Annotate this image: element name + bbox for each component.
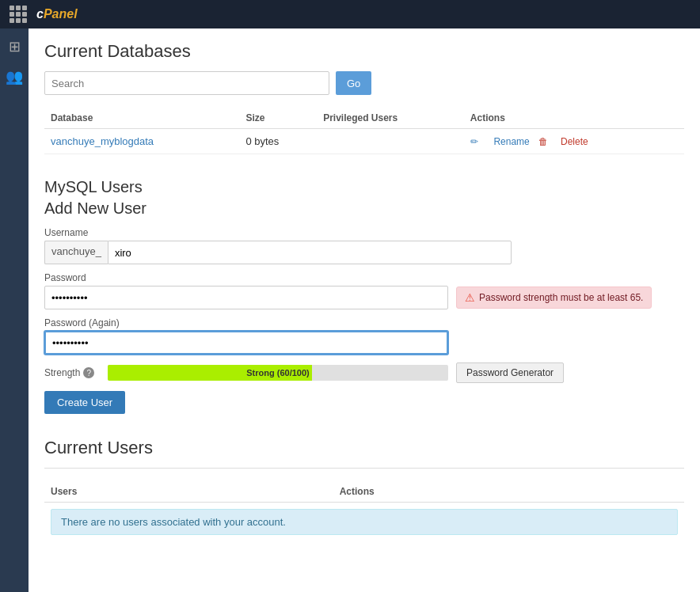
- db-col-actions: Actions: [464, 108, 684, 129]
- add-new-user-title: Add New User: [44, 199, 684, 218]
- username-prefix: vanchuye_: [44, 241, 108, 264]
- username-field-row: vanchuye_: [44, 241, 684, 264]
- error-text: Password strength must be at least 65.: [479, 292, 643, 303]
- sidebar-home-icon[interactable]: ⊞: [6, 35, 24, 59]
- sidebar: ⊞ 👥: [0, 28, 29, 592]
- cpanel-logo: cPanel: [36, 7, 78, 21]
- password-group: Password ⚠ Password strength must be at …: [44, 272, 684, 309]
- grid-menu-icon[interactable]: [10, 6, 27, 23]
- username-input[interactable]: [108, 241, 512, 264]
- db-privileged-users: [317, 129, 464, 154]
- rename-link[interactable]: Rename: [493, 136, 529, 147]
- strength-bar-fill: [108, 365, 312, 381]
- no-users-notice: There are no users associated with your …: [51, 509, 678, 535]
- search-bar: Go: [44, 71, 684, 95]
- delete-link[interactable]: Delete: [561, 136, 588, 147]
- create-user-button[interactable]: Create User: [44, 391, 125, 414]
- current-users-title: Current Users: [44, 438, 684, 458]
- main-content: Current Databases Go Database Size Privi…: [29, 28, 700, 592]
- password-error-message: ⚠ Password strength must be at least 65.: [456, 287, 652, 309]
- strength-group: Strength ? Strong (60/100) Password Gene…: [44, 362, 684, 383]
- strength-row: Strength ? Strong (60/100) Password Gene…: [44, 362, 684, 383]
- users-table: Users Actions There are no users associa…: [44, 481, 684, 541]
- sidebar-users-icon[interactable]: 👥: [2, 65, 26, 89]
- database-link[interactable]: vanchuye_myblogdata: [51, 135, 154, 147]
- error-icon: ⚠: [465, 291, 475, 304]
- topbar: cPanel: [0, 0, 700, 28]
- databases-table: Database Size Privileged Users Actions v…: [44, 108, 684, 154]
- divider: [44, 468, 684, 469]
- search-input[interactable]: [44, 71, 329, 95]
- db-col-database: Database: [44, 108, 239, 129]
- strength-help-icon[interactable]: ?: [83, 367, 94, 378]
- password-input[interactable]: [44, 286, 448, 309]
- username-group: Username vanchuye_: [44, 227, 684, 264]
- users-col-users: Users: [44, 481, 333, 503]
- page-title: Current Databases: [44, 41, 684, 62]
- password-again-group: Password (Again): [44, 317, 684, 355]
- username-label: Username: [44, 227, 684, 238]
- password-generator-button[interactable]: Password Generator: [456, 362, 564, 383]
- db-col-size: Size: [239, 108, 317, 129]
- go-button[interactable]: Go: [336, 71, 371, 95]
- no-users-row: There are no users associated with your …: [44, 503, 684, 542]
- table-row: vanchuye_myblogdata 0 bytes ✏ Rename 🗑 D…: [44, 129, 684, 154]
- db-col-privileged-users: Privileged Users: [317, 108, 464, 129]
- password-again-label: Password (Again): [44, 317, 684, 328]
- strength-label: Strength ?: [44, 367, 100, 378]
- password-row: ⚠ Password strength must be at least 65.: [44, 286, 684, 309]
- db-size: 0 bytes: [239, 129, 317, 154]
- mysql-users-title: MySQL Users: [44, 178, 684, 196]
- password-again-input[interactable]: [44, 331, 448, 355]
- users-col-actions: Actions: [333, 481, 684, 503]
- password-label: Password: [44, 272, 684, 283]
- strength-bar: Strong (60/100): [108, 365, 448, 381]
